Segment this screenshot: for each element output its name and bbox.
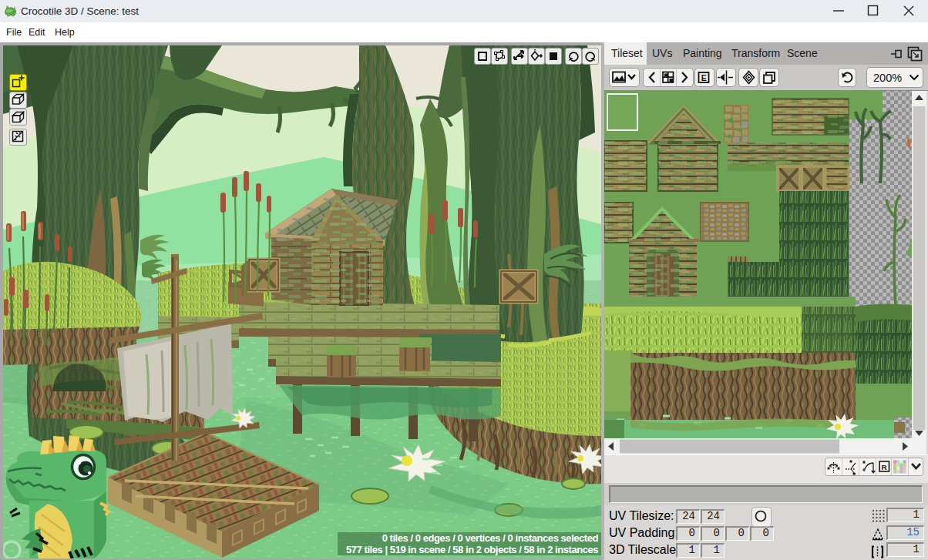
svg-text:R: R — [882, 463, 887, 471]
svg-text:200%: 200% — [873, 72, 902, 84]
svg-text:E: E — [701, 73, 707, 82]
